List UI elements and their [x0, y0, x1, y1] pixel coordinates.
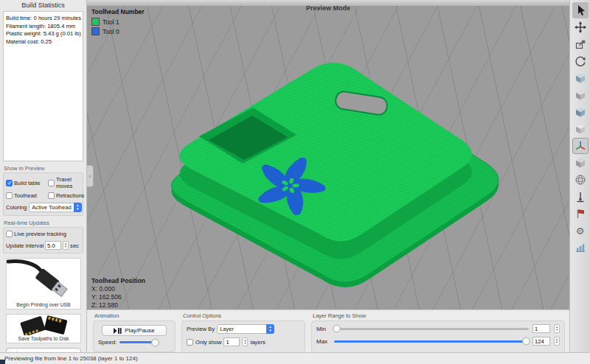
travel-moves-checkbox[interactable] — [48, 180, 55, 186]
stat-plastic-weight: Plastic weight: 5.43 g (0.01 lb) — [6, 30, 80, 38]
gear-icon: ⚙ — [576, 225, 585, 237]
min-stepper[interactable]: ▲▼ — [554, 324, 560, 333]
right-toolbar: ⚙ — [569, 0, 590, 352]
window-corner — [0, 360, 5, 364]
only-show-input[interactable] — [223, 337, 240, 346]
status-text: Previewing file from line 1 to 25038 (la… — [4, 355, 138, 362]
wireframe-button[interactable] — [572, 172, 589, 188]
only-show-label: Only show — [195, 339, 221, 346]
view-cube-top-icon — [575, 123, 586, 135]
view-cube-iso-icon — [575, 72, 586, 84]
statistics-button[interactable] — [572, 239, 589, 256]
max-layer-input[interactable] — [532, 337, 550, 346]
min-layer-input[interactable] — [532, 324, 550, 333]
preview-by-label: Preview By — [187, 326, 215, 332]
bottom-control-bar: Animation Play/Pause Speed: Control Opti… — [87, 309, 569, 352]
tool0-swatch — [91, 27, 100, 35]
chevron-updown-icon: ▲▼ — [74, 203, 82, 212]
update-interval-input[interactable] — [45, 241, 61, 250]
view-iso-button[interactable] — [572, 70, 589, 86]
pan-tool-button[interactable] — [572, 19, 589, 35]
build-statistics-title: Build Statistics — [0, 1, 86, 10]
cursor-tool-button[interactable] — [572, 2, 589, 18]
toolhead-legend: Toolhead Number Tool 1 Tool 0 — [91, 8, 145, 37]
view-cube-side-icon — [575, 106, 586, 118]
min-layer-slider[interactable] — [334, 328, 529, 330]
save-toolpaths-disk-button[interactable]: Save Toolpaths to Disk — [6, 314, 81, 343]
only-show-stepper[interactable]: ▲▼ — [242, 337, 248, 346]
speed-slider-knob[interactable] — [151, 338, 159, 346]
speed-slider[interactable] — [119, 341, 158, 343]
coloring-label: Coloring — [6, 204, 27, 211]
view-cube-front-icon — [575, 89, 586, 101]
play-pause-button[interactable]: Play/Pause — [102, 325, 167, 336]
control-options-group: Control Options Preview By Layer ▲▼ Only… — [181, 312, 305, 352]
measure-tool-button[interactable] — [572, 189, 589, 205]
flag-tool-button[interactable] — [572, 206, 589, 222]
solid-cube-button[interactable] — [572, 155, 589, 171]
show-in-preview-label: Show in Preview — [4, 165, 86, 172]
coloring-dropdown[interactable]: Active Toolhead ▲▼ — [29, 203, 81, 212]
checkbox-toolhead[interactable]: Toolhead — [6, 192, 48, 199]
panel-collapse-handle[interactable]: ‹ — [87, 165, 94, 187]
interval-unit-label: sec — [70, 242, 79, 249]
status-bar: Previewing file from line 1 to 25038 (la… — [0, 352, 590, 364]
update-interval-label: Update interval — [6, 242, 44, 249]
usb-cable-image — [7, 259, 80, 301]
show-in-preview-box: Build table Travel moves Toolhead Retrac… — [3, 172, 83, 216]
pan-icon — [575, 21, 586, 33]
legend-tool0: Tool 0 — [91, 27, 145, 35]
checkbox-build-table[interactable]: Build table — [6, 176, 48, 189]
tool1-swatch — [91, 18, 100, 26]
interval-stepper[interactable]: ▲▼ — [63, 241, 69, 250]
checkbox-travel-moves[interactable]: Travel moves — [48, 176, 85, 189]
scale-icon — [575, 38, 586, 50]
layers-label: layers — [250, 339, 265, 346]
max-layer-slider[interactable] — [334, 340, 529, 343]
view-front-button[interactable] — [572, 87, 589, 103]
play-pause-icon — [114, 328, 122, 334]
only-show-checkbox[interactable] — [187, 339, 193, 346]
coordinate-axes-button[interactable] — [572, 138, 589, 154]
measure-icon — [575, 191, 586, 203]
bar-chart-icon — [575, 242, 586, 253]
preview-by-dropdown[interactable]: Layer ▲▼ — [217, 324, 274, 334]
stat-build-time: Build time: 0 hours 29 minutes — [6, 15, 80, 23]
preview-mode-label: Preview Mode — [87, 4, 569, 12]
animation-group: Animation Play/Pause Speed: — [93, 312, 176, 352]
chevron-updown-icon: ▲▼ — [266, 324, 274, 334]
min-label: Min — [316, 326, 330, 332]
max-stepper[interactable]: ▲▼ — [554, 337, 560, 346]
build-table-checkbox[interactable] — [6, 180, 13, 186]
wireframe-sphere-icon — [575, 174, 586, 186]
retractions-checkbox[interactable] — [48, 192, 55, 199]
toolhead-checkbox[interactable] — [6, 192, 13, 199]
legend-tool1: Tool 1 — [91, 18, 145, 26]
left-panel: Build Statistics Build time: 0 hours 29 … — [0, 0, 87, 352]
preview-viewport[interactable]: Toolhead Number Tool 1 Tool 0 Preview Mo… — [87, 0, 569, 309]
rotate-tool-button[interactable] — [572, 53, 589, 69]
live-preview-checkbox[interactable] — [6, 231, 13, 237]
max-label: Max — [316, 338, 330, 345]
min-slider-knob[interactable] — [333, 325, 341, 333]
settings-button[interactable]: ⚙ — [572, 223, 589, 239]
view-top-button[interactable] — [572, 121, 589, 137]
coordinate-axes-icon — [575, 140, 586, 152]
checkbox-retractions[interactable]: Retractions — [48, 192, 85, 199]
build-statistics-box: Build time: 0 hours 29 minutes Filament … — [3, 11, 83, 161]
position-x: X: 0.000 — [91, 285, 145, 293]
sd-cards-image — [7, 315, 80, 335]
stat-filament-length: Filament length: 1805.4 mm — [6, 23, 80, 31]
toolhead-position: Toolhead Position X: 0.000 Y: 162.506 Z:… — [91, 277, 145, 309]
checkbox-live-preview[interactable]: Live preview tracking — [6, 231, 80, 237]
model-3d-render — [87, 0, 569, 309]
realtime-updates-label: Real-time Updates — [4, 220, 86, 226]
max-slider-knob[interactable] — [522, 337, 530, 346]
stat-material-cost: Material cost: 0.25 — [6, 38, 80, 46]
speed-label: Speed: — [98, 339, 117, 346]
realtime-updates-box: Live preview tracking Update interval ▲▼… — [3, 227, 83, 253]
layer-range-group: Layer Range to Show Min ▲▼ Max ▲▼ — [311, 312, 565, 352]
scale-tool-button[interactable] — [572, 36, 589, 52]
view-side-button[interactable] — [572, 104, 589, 120]
begin-printing-usb-button[interactable]: Begin Printing over USB — [6, 258, 81, 309]
